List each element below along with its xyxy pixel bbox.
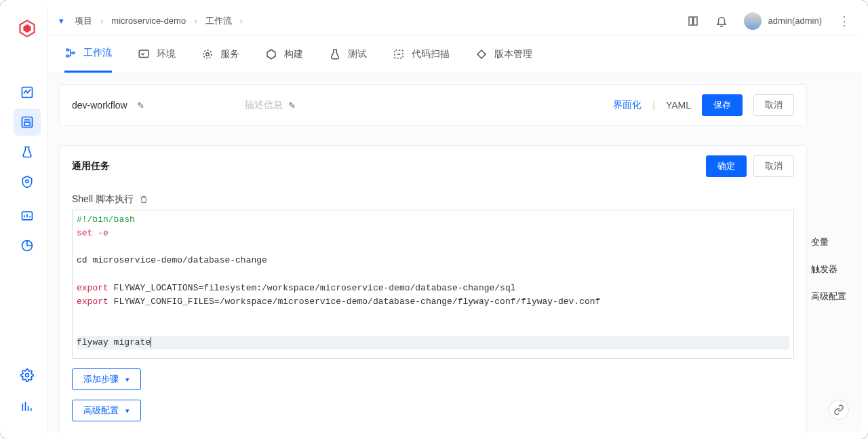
svg-point-10 [26,374,29,377]
svg-point-16 [203,50,212,58]
user-display: admin(admin) [768,16,822,26]
shell-editor[interactable]: #!/bin/bash set -e cd microservice-demo/… [72,210,794,359]
delete-step-icon[interactable] [139,195,149,204]
build-icon [265,48,277,60]
nav-tabs: 工作流 环境 服务 构建 测试 代码扫描 [48,35,861,73]
svg-marker-20 [477,50,486,58]
svg-point-7 [26,180,28,183]
task-confirm-button[interactable]: 确定 [706,155,747,177]
tab-workflow[interactable]: 工作流 [64,35,112,73]
svg-rect-4 [24,122,30,126]
cancel-button[interactable]: 取消 [753,94,794,116]
crumb-workflow[interactable]: 工作流 [205,15,232,27]
workflow-name: dev-workflow [72,100,127,111]
sidebar-item-project[interactable] [14,109,41,136]
anchor-adv[interactable]: 高级配置 [807,290,861,303]
docs-icon[interactable] [687,15,699,27]
test-icon [329,48,341,60]
codescan-icon [393,48,405,60]
topbar: ▾ 项目 › microservice-demo › 工作流 › admin(a… [48,7,861,35]
workflow-desc-placeholder: 描述信息 [245,99,283,111]
edit-name-icon[interactable]: ✎ [137,100,144,111]
canvas-hint-strip [59,136,807,145]
tab-service[interactable]: 服务 [201,35,239,73]
share-link-button[interactable] [829,400,849,420]
chevron-down-icon: ▾ [125,375,130,384]
task-card: 通用任务 确定 取消 Shell 脚本执行 #!/bin/bash set -e… [59,145,807,432]
bell-icon[interactable] [715,15,728,27]
tab-build[interactable]: 构建 [265,35,303,73]
workflow-icon [64,47,77,59]
crumb-project-label[interactable]: 项目 [75,15,92,27]
save-button[interactable]: 保存 [702,94,743,116]
chevron-down-icon: ▾ [125,406,130,415]
edit-desc-icon[interactable]: ✎ [288,100,296,111]
shell-step-label: Shell 脚本执行 [72,193,134,206]
anchor-vars[interactable]: 变量 [807,236,861,248]
task-title: 通用任务 [72,160,110,172]
sidebar-item-monitor[interactable] [14,79,41,106]
workflow-header-card: dev-workflow ✎ 描述信息 ✎ 界面化 | YAML 保存 取消 [59,84,807,126]
tab-version[interactable]: 版本管理 [475,35,532,73]
app-logo [18,19,37,38]
mode-ui-toggle[interactable]: 界面化 [613,99,642,111]
sidebar-item-stats[interactable] [14,232,41,259]
crumb-project-name[interactable]: microservice-demo [111,16,186,26]
sidebar-item-settings[interactable] [14,362,41,389]
add-step-button[interactable]: 添加步骤▾ [72,368,141,390]
user-menu[interactable]: admin(admin) [744,12,822,30]
project-switcher[interactable]: ▾ [59,16,64,26]
svg-point-12 [66,55,68,57]
advanced-config-button[interactable]: 高级配置▾ [72,400,141,421]
mode-yaml-toggle[interactable]: YAML [666,100,691,111]
sidebar-item-data[interactable] [14,202,41,229]
task-cancel-button[interactable]: 取消 [753,155,794,177]
svg-point-11 [66,49,68,51]
svg-point-13 [73,52,75,54]
anchor-triggers[interactable]: 触发器 [807,263,861,275]
env-icon [138,48,150,60]
main-column: ▾ 项目 › microservice-demo › 工作流 › admin(a… [47,7,861,432]
more-menu-icon[interactable]: ⋮ [838,14,850,28]
avatar [744,12,762,30]
tab-codescan[interactable]: 代码扫描 [393,35,450,73]
tab-test[interactable]: 测试 [329,35,367,73]
sidebar-item-perf[interactable] [14,393,41,420]
sidebar [7,7,47,432]
version-icon [475,48,488,60]
svg-marker-17 [267,50,275,59]
svg-marker-1 [23,24,31,33]
tab-env[interactable]: 环境 [138,35,176,73]
sidebar-item-test[interactable] [14,138,41,166]
service-icon [201,48,214,60]
sidebar-item-delivery[interactable] [14,168,41,195]
right-anchor-nav: 变量 触发器 高级配置 [807,73,861,432]
svg-point-15 [206,52,210,56]
